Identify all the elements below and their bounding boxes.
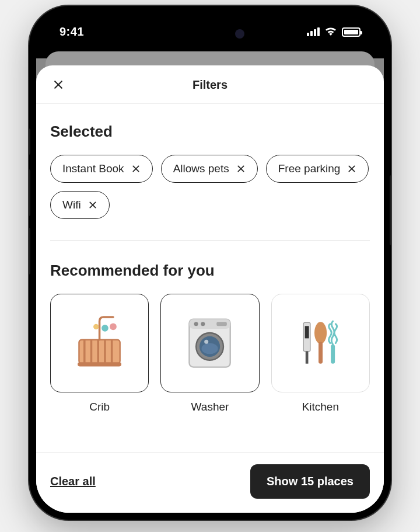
svg-rect-24 xyxy=(217,322,228,326)
rec-label: Crib xyxy=(89,401,110,413)
modal-backdrop-hint xyxy=(46,51,374,67)
rec-item-kitchen: Kitchen xyxy=(271,294,370,413)
signal-icon xyxy=(307,27,320,36)
phone-screen: 9:41 Filters xyxy=(36,13,384,513)
status-time: 9:41 xyxy=(60,25,84,39)
svg-rect-16 xyxy=(78,362,121,366)
modal-footer: Clear all Show 15 places xyxy=(36,452,384,513)
chip-instant-book[interactable]: Instant Book xyxy=(50,155,153,183)
phone-side-button xyxy=(29,128,30,155)
chip-label: Wifi xyxy=(62,199,81,211)
rec-item-washer: Washer xyxy=(160,294,259,413)
svg-point-27 xyxy=(202,343,218,354)
rec-item-crib: Crib xyxy=(50,294,149,413)
phone-frame: 9:41 Filters xyxy=(29,6,391,520)
svg-point-28 xyxy=(205,340,209,344)
modal-header: Filters xyxy=(36,65,384,104)
app-container: Filters Selected Instant Book xyxy=(36,58,384,513)
svg-point-18 xyxy=(110,324,117,331)
chip-label: Instant Book xyxy=(62,162,124,175)
svg-rect-31 xyxy=(306,352,309,364)
modal-body: Selected Instant Book Allows pets xyxy=(36,104,384,452)
clear-all-button[interactable]: Clear all xyxy=(50,475,96,488)
rec-card-crib[interactable] xyxy=(50,294,149,392)
recommended-grid: Crib xyxy=(50,294,370,413)
svg-point-23 xyxy=(201,322,205,326)
remove-icon[interactable] xyxy=(347,164,356,173)
chip-label: Allows pets xyxy=(173,162,229,175)
remove-icon[interactable] xyxy=(131,164,141,173)
recommended-section: Recommended for you xyxy=(50,262,370,413)
chip-label: Free parking xyxy=(278,162,341,175)
svg-point-17 xyxy=(102,325,108,332)
svg-rect-34 xyxy=(331,345,335,364)
chip-wifi[interactable]: Wifi xyxy=(50,191,110,219)
phone-side-button xyxy=(29,228,30,274)
selected-section: Selected Instant Book Allows pets xyxy=(50,123,370,219)
kitchen-icon xyxy=(286,309,355,377)
remove-icon[interactable] xyxy=(236,164,246,173)
chip-free-parking[interactable]: Free parking xyxy=(266,155,369,183)
chip-allows-pets[interactable]: Allows pets xyxy=(161,155,258,183)
show-places-button[interactable]: Show 15 places xyxy=(250,464,370,499)
svg-point-19 xyxy=(93,324,99,329)
battery-icon xyxy=(342,27,360,37)
recommended-title: Recommended for you xyxy=(50,262,370,280)
rec-label: Washer xyxy=(191,401,229,413)
page-title: Filters xyxy=(192,78,228,92)
phone-side-button xyxy=(390,175,391,245)
rec-card-washer[interactable] xyxy=(160,294,259,392)
crib-icon xyxy=(65,309,134,377)
status-icons xyxy=(307,26,360,38)
svg-rect-30 xyxy=(304,326,309,338)
svg-point-22 xyxy=(194,322,198,326)
selected-chips: Instant Book Allows pets xyxy=(50,155,370,219)
dynamic-island xyxy=(166,22,254,46)
svg-point-32 xyxy=(314,322,327,343)
close-button[interactable] xyxy=(50,77,66,93)
filters-modal: Filters Selected Instant Book xyxy=(36,65,384,513)
svg-rect-33 xyxy=(318,342,323,363)
rec-label: Kitchen xyxy=(302,401,339,413)
selected-title: Selected xyxy=(50,123,370,141)
wifi-icon xyxy=(324,26,337,38)
washer-icon xyxy=(176,309,244,377)
section-divider xyxy=(50,240,370,241)
remove-icon[interactable] xyxy=(88,200,97,210)
phone-side-button xyxy=(29,169,30,216)
rec-card-kitchen[interactable] xyxy=(271,294,370,392)
close-icon xyxy=(52,79,64,91)
